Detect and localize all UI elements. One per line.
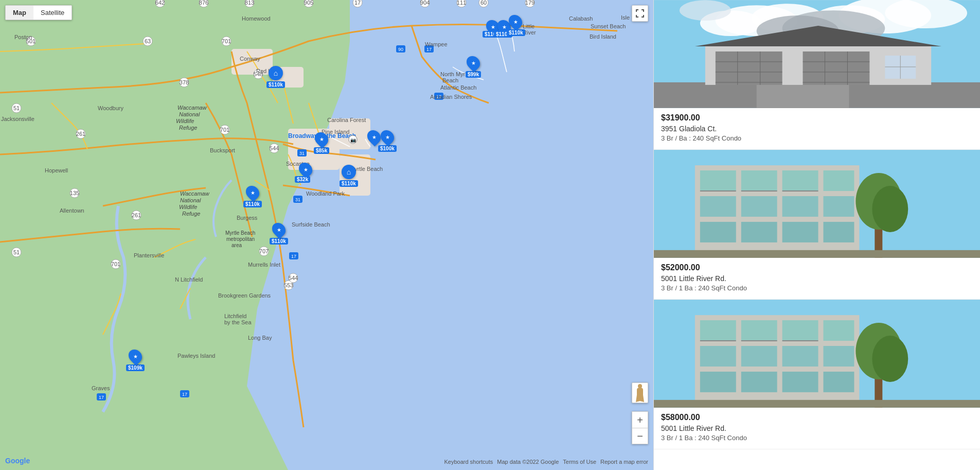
svg-text:Allentown: Allentown: [60, 207, 84, 214]
fullscreen-button[interactable]: [632, 5, 648, 22]
pegman-button[interactable]: [632, 382, 648, 403]
svg-rect-188: [823, 372, 854, 392]
svg-point-173: [872, 186, 908, 232]
svg-rect-165: [741, 222, 777, 242]
map-pin-broadway3[interactable]: $100k: [378, 130, 397, 152]
map-container[interactable]: 642 876 813 905 17 904 111 60 179 501 63…: [0, 0, 653, 470]
svg-rect-140: [803, 51, 870, 85]
map-button[interactable]: Map: [6, 6, 33, 20]
map-pin-3[interactable]: [509, 14, 522, 29]
svg-rect-184: [823, 346, 854, 367]
svg-rect-185: [700, 372, 736, 392]
svg-text:National: National: [180, 197, 201, 203]
svg-text:Graves: Graves: [92, 385, 110, 391]
svg-text:Arcadian Shores: Arcadian Shores: [430, 94, 472, 100]
property-info-1: $31900.00 3951 Gladiola Ct. 3 Br / Ba : …: [654, 108, 980, 149]
report-link[interactable]: Report a map error: [600, 459, 648, 465]
property-price-3: $58000.00: [661, 413, 973, 422]
svg-text:Bucksport: Bucksport: [210, 147, 235, 153]
property-card-3[interactable]: $58000.00 5001 Little River Rd. 3 Br / 1…: [654, 300, 980, 449]
svg-text:by the Sea: by the Sea: [224, 319, 252, 325]
property-card-1[interactable]: $31900.00 3951 Gladiola Ct. 3 Br / Ba : …: [654, 0, 980, 150]
property-details-1: 3 Br / Ba : 240 SqFt Condo: [661, 134, 973, 142]
property-price-1: $31900.00: [661, 113, 973, 123]
zoom-in-button[interactable]: +: [632, 411, 648, 428]
property-address-1: 3951 Gladiola Ct.: [661, 125, 973, 133]
map-pin-socastee[interactable]: [299, 162, 312, 177]
svg-text:17: 17: [291, 254, 296, 259]
map-pin-conway[interactable]: $110k: [266, 66, 285, 88]
svg-text:Litchfield: Litchfield: [224, 313, 246, 319]
zoom-controls: + −: [632, 411, 648, 444]
svg-text:51: 51: [13, 105, 20, 111]
svg-rect-174: [654, 250, 980, 258]
svg-text:17: 17: [99, 395, 104, 400]
svg-text:Wildlife: Wildlife: [176, 118, 194, 124]
svg-text:Sunset Beach: Sunset Beach: [591, 23, 626, 29]
svg-text:17: 17: [426, 47, 432, 52]
svg-text:N Litchfield: N Litchfield: [175, 276, 203, 283]
svg-text:111: 111: [457, 0, 466, 6]
map-pin-woodland[interactable]: $110k: [243, 185, 262, 207]
svg-rect-159: [823, 170, 854, 191]
map-pin-nmb[interactable]: $99k: [466, 56, 481, 78]
svg-text:544: 544: [289, 275, 298, 281]
satellite-button[interactable]: Satellite: [33, 6, 72, 20]
svg-rect-162: [782, 196, 818, 217]
map-data-label: Map data ©2022 Google: [497, 459, 559, 465]
svg-text:Long Bay: Long Bay: [248, 335, 272, 341]
svg-rect-186: [741, 372, 777, 392]
svg-text:31: 31: [295, 197, 300, 202]
svg-text:179: 179: [525, 0, 534, 6]
svg-text:Hopewell: Hopewell: [45, 167, 68, 173]
svg-text:Waccamaw: Waccamaw: [180, 190, 210, 197]
svg-text:642: 642: [155, 0, 165, 6]
svg-text:Homewood: Homewood: [242, 15, 271, 22]
svg-rect-195: [654, 400, 980, 408]
svg-text:904: 904: [420, 0, 430, 6]
svg-text:Myrtle Beach: Myrtle Beach: [225, 230, 255, 236]
svg-text:Carolina Forest: Carolina Forest: [327, 117, 366, 123]
svg-point-124: [638, 384, 642, 388]
svg-rect-178: [741, 320, 777, 341]
svg-text:area: area: [231, 242, 242, 248]
map-footer: Keyboard shortcuts Map data ©2022 Google…: [444, 459, 648, 465]
svg-point-132: [680, 0, 731, 21]
svg-text:Bird Island: Bird Island: [590, 33, 616, 40]
terms-link[interactable]: Terms of Use: [563, 459, 596, 465]
svg-text:Calabash: Calabash: [569, 15, 593, 22]
svg-text:metropolitan: metropolitan: [226, 236, 255, 242]
svg-text:Pawleys Island: Pawleys Island: [177, 353, 215, 359]
svg-text:Refuge: Refuge: [182, 211, 200, 217]
map-pin-label-3[interactable]: $110k: [507, 28, 525, 36]
map-pin-pawleys[interactable]: $109k: [126, 349, 145, 371]
property-details-3: 3 Br / 1 Ba : 240 SqFt Condo: [661, 434, 973, 442]
property-image-3: [654, 300, 980, 408]
svg-text:Brookgreen Gardens: Brookgreen Gardens: [218, 292, 271, 299]
svg-text:Beach: Beach: [442, 77, 458, 83]
svg-text:Woodbury: Woodbury: [98, 105, 123, 111]
svg-rect-177: [700, 320, 736, 341]
svg-text:31: 31: [299, 151, 305, 156]
svg-text:Poston: Poston: [14, 34, 32, 40]
zoom-out-button[interactable]: −: [632, 428, 648, 444]
google-logo: Google: [5, 457, 30, 465]
svg-text:544: 544: [270, 145, 279, 151]
svg-rect-164: [700, 222, 736, 242]
map-pin-surfside[interactable]: $110k: [270, 222, 288, 245]
svg-text:📷: 📷: [350, 137, 357, 143]
map-pin-32k[interactable]: $32k: [295, 175, 310, 183]
svg-text:Burgess: Burgess: [237, 215, 258, 221]
svg-text:Jacksonsville: Jacksonsville: [1, 116, 34, 122]
map-pin-broadway[interactable]: $85k: [314, 132, 329, 154]
map-toggle: Map Satellite: [5, 5, 72, 20]
svg-text:Refuge: Refuge: [179, 125, 197, 131]
map-pin-mb-home[interactable]: $110k: [340, 165, 358, 187]
sidebar: $31900.00 3951 Gladiola Ct. 3 Br / Ba : …: [653, 0, 980, 470]
svg-rect-181: [700, 346, 736, 367]
property-card-2[interactable]: $52000.00 5001 Little River Rd. 3 Br / 1…: [654, 150, 980, 300]
svg-text:90: 90: [398, 47, 403, 52]
property-address-2: 5001 Little River Rd.: [661, 274, 973, 283]
keyboard-shortcuts-link[interactable]: Keyboard shortcuts: [444, 459, 493, 465]
svg-text:51: 51: [13, 249, 20, 255]
